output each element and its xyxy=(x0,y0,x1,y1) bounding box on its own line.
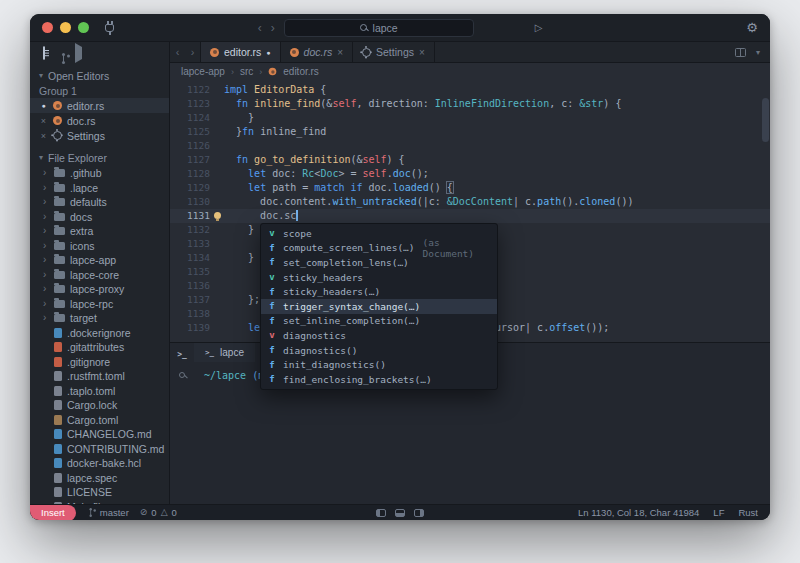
open-editor-item[interactable]: ×doc.rs xyxy=(30,113,169,128)
search-icon[interactable] xyxy=(179,372,185,378)
terminal-tab[interactable]: >_ lapce xyxy=(194,343,255,362)
completion-label: diagnostics() xyxy=(283,345,357,356)
file-explorer-file[interactable]: lapce.spec xyxy=(30,471,169,486)
cursor-position[interactable]: Ln 1130, Col 18, Char 41984 xyxy=(578,507,699,518)
close-icon[interactable]: × xyxy=(419,47,425,58)
file-explorer-folder[interactable]: ›icons xyxy=(30,239,169,254)
modified-dot[interactable]: ● xyxy=(39,102,48,109)
problems-indicator[interactable]: ⊘ 0 △ 0 xyxy=(140,507,177,518)
code-token: fn xyxy=(242,126,260,137)
editor-tab[interactable]: Settings× xyxy=(353,42,435,62)
file-explorer-header[interactable]: ▾ File Explorer xyxy=(30,149,169,166)
code-line: 1127 fn go_to_definition(&self) { xyxy=(170,153,770,167)
file-explorer-file[interactable]: .rustfmt.toml xyxy=(30,369,169,384)
completion-kind-icon: f xyxy=(267,243,277,253)
search-icon xyxy=(360,24,367,31)
run-button[interactable]: ▷ xyxy=(535,22,543,33)
open-editors-header[interactable]: ▾ Open Editors xyxy=(30,67,169,84)
code-token: self xyxy=(363,168,387,179)
folder-icon xyxy=(54,300,65,308)
open-editor-item[interactable]: ×Settings xyxy=(30,128,169,143)
editor-mode-badge[interactable]: Insert xyxy=(30,505,76,521)
folder-name: lapce-proxy xyxy=(70,283,124,295)
file-name: lapce.spec xyxy=(67,472,117,484)
line-number: 1126 xyxy=(170,139,210,153)
chevron-right-icon: › xyxy=(43,270,49,280)
file-explorer-file[interactable]: LICENSE xyxy=(30,485,169,500)
code-action-lightbulb-icon[interactable] xyxy=(214,212,221,219)
terminal-icon[interactable]: >_ xyxy=(177,350,187,359)
editor-tab[interactable]: editor.rs● xyxy=(200,42,281,62)
debug-icon[interactable] xyxy=(75,47,82,59)
completion-item[interactable]: finit_diagnostics() xyxy=(261,357,497,372)
editor-tab[interactable]: doc.rs× xyxy=(281,42,353,62)
back-icon[interactable]: ‹ xyxy=(258,22,262,34)
completion-item[interactable]: fdiagnostics() xyxy=(261,343,497,358)
file-explorer-file[interactable]: CONTRIBUTING.md xyxy=(30,442,169,457)
breadcrumb-item[interactable]: editor.rs xyxy=(283,66,319,77)
file-explorer-folder[interactable]: ›.lapce xyxy=(30,181,169,196)
file-explorer-file[interactable]: CHANGELOG.md xyxy=(30,427,169,442)
file-explorer-folder[interactable]: ›lapce-app xyxy=(30,253,169,268)
breadcrumb: lapce-app›src›editor.rs xyxy=(170,63,770,80)
branch-indicator[interactable]: master xyxy=(87,507,129,518)
file-explorer-folder[interactable]: ›lapce-proxy xyxy=(30,282,169,297)
completion-item[interactable]: ffind_enclosing_brackets(…) xyxy=(261,372,497,387)
completion-item[interactable]: fcompute_screen_lines(…)(as Document) xyxy=(261,241,497,256)
file-explorer-file[interactable]: docker-bake.hcl xyxy=(30,456,169,471)
file-explorer-file[interactable]: Cargo.toml xyxy=(30,413,169,428)
gear-icon xyxy=(53,131,62,140)
forward-icon[interactable]: › xyxy=(271,22,275,34)
folder-icon xyxy=(54,256,65,264)
file-name: docker-bake.hcl xyxy=(67,457,141,469)
split-editor-icon[interactable] xyxy=(735,48,746,57)
chevron-right-icon: › xyxy=(43,197,49,207)
completion-item[interactable]: vsticky_headers xyxy=(261,270,497,285)
file-explorer-file[interactable]: .taplo.toml xyxy=(30,384,169,399)
file-explorer-file[interactable]: Cargo.lock xyxy=(30,398,169,413)
file-explorer-folder[interactable]: ›defaults xyxy=(30,195,169,210)
settings-gear-icon[interactable]: ⚙ xyxy=(746,21,758,34)
file-explorer-folder[interactable]: ›lapce-rpc xyxy=(30,297,169,312)
close-icon[interactable]: × xyxy=(39,131,48,141)
file-explorer-icon[interactable] xyxy=(43,47,45,59)
error-icon: ⊘ xyxy=(140,508,148,517)
completion-item[interactable]: fset_inline_completion(…) xyxy=(261,314,497,329)
editor-scrollbar[interactable] xyxy=(762,98,769,142)
file-explorer-folder[interactable]: ›target xyxy=(30,311,169,326)
file-explorer-folder[interactable]: ›docs xyxy=(30,210,169,225)
breadcrumb-item[interactable]: lapce-app xyxy=(181,66,225,77)
close-icon[interactable]: × xyxy=(39,116,48,126)
file-explorer-folder[interactable]: ›extra xyxy=(30,224,169,239)
completion-item[interactable]: vdiagnostics xyxy=(261,328,497,343)
code-token: self xyxy=(332,98,356,109)
file-explorer-file[interactable]: .gitattributes xyxy=(30,340,169,355)
eol-indicator[interactable]: LF xyxy=(713,507,724,518)
completion-item[interactable]: ftrigger_syntax_change(…) xyxy=(261,299,497,314)
editor-group-label: Group 1 xyxy=(30,84,169,98)
completion-label: diagnostics xyxy=(283,330,346,341)
tab-forward-icon[interactable]: › xyxy=(185,42,200,62)
code-token: EditorData xyxy=(254,84,314,95)
folder-icon xyxy=(54,198,65,206)
toggle-left-panel-icon[interactable] xyxy=(376,509,386,517)
file-explorer-file[interactable]: .dockerignore xyxy=(30,326,169,341)
file-explorer-folder[interactable]: ›.github xyxy=(30,166,169,181)
command-palette[interactable]: lapce xyxy=(284,19,474,37)
tab-menu-icon[interactable]: ▾ xyxy=(756,48,760,57)
completion-label: init_diagnostics() xyxy=(283,359,386,370)
language-indicator[interactable]: Rust xyxy=(738,507,758,518)
completion-item[interactable]: fsticky_headers(…) xyxy=(261,284,497,299)
file-explorer-file[interactable]: .gitignore xyxy=(30,355,169,370)
tab-back-icon[interactable]: ‹ xyxy=(170,42,185,62)
file-explorer-folder[interactable]: ›lapce-core xyxy=(30,268,169,283)
toggle-right-panel-icon[interactable] xyxy=(414,509,424,517)
code-token: Rc xyxy=(302,168,314,179)
open-editor-item[interactable]: ●editor.rs xyxy=(30,98,169,113)
completion-kind-icon: f xyxy=(267,360,277,370)
code-token: (& xyxy=(350,154,362,165)
completion-kind-icon: v xyxy=(267,272,277,282)
toggle-bottom-panel-icon[interactable] xyxy=(395,509,405,517)
breadcrumb-item[interactable]: src xyxy=(240,66,253,77)
close-icon[interactable]: × xyxy=(337,47,343,58)
